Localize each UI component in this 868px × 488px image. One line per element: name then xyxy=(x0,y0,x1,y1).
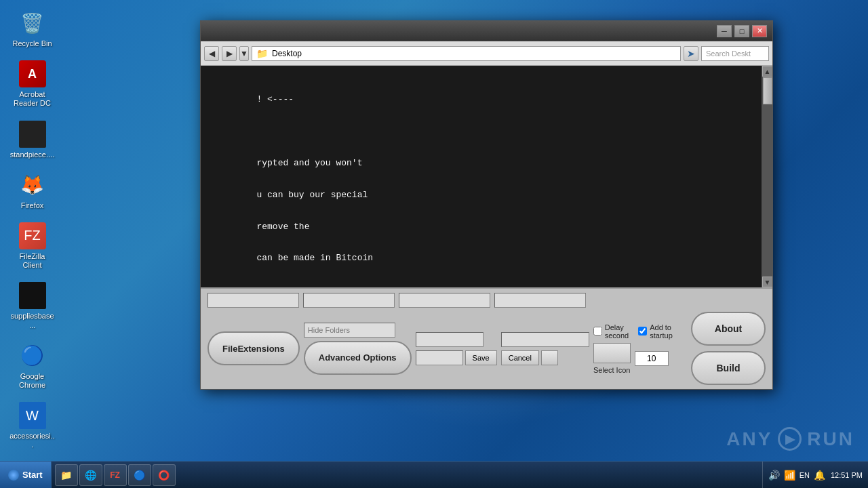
search-box[interactable]: Search Deskt xyxy=(701,46,769,61)
taskbar: Start 📁 🌐 FZ 🔵 ⭕ 🔊 📶 EN xyxy=(0,461,868,488)
desktop: 🗑️ Recycle Bin A Acrobat Reader DC stand… xyxy=(0,0,868,488)
acrobat-icon: A xyxy=(19,60,46,87)
field-input-7[interactable] xyxy=(501,332,589,347)
desktop-icon-chrome[interactable]: 🔵 Google Chrome xyxy=(7,340,58,392)
any-text: ANY xyxy=(726,428,772,450)
standpiece-icon xyxy=(19,121,46,148)
system-icons: 🔊 📶 EN 🔔 xyxy=(768,470,825,481)
cancel-extra-box xyxy=(541,350,558,365)
dropdown-button[interactable]: ▼ xyxy=(239,46,249,61)
language-icon[interactable]: EN xyxy=(800,471,810,479)
back-button[interactable]: ◀ xyxy=(204,46,219,61)
scroll-up-button[interactable]: ▲ xyxy=(762,66,773,77)
file-extensions-button[interactable]: FileExtensions xyxy=(208,331,300,365)
run-text: RUN xyxy=(807,428,854,450)
search-placeholder: Search Deskt xyxy=(706,49,751,58)
taskbar-item-opera[interactable]: ⭕ xyxy=(153,464,176,486)
notification-icon[interactable]: 🔔 xyxy=(814,470,825,481)
content-line-1: ! <---- xyxy=(256,94,294,104)
taskbar-item-filezilla[interactable]: FZ xyxy=(104,464,127,486)
delay-second-checkbox[interactable] xyxy=(593,327,602,336)
field-input-1[interactable] xyxy=(208,293,299,308)
start-label: Start xyxy=(22,470,43,480)
build-button[interactable]: Build xyxy=(691,351,766,385)
network-icon[interactable]: 📶 xyxy=(784,470,795,481)
delay-second-label: Delay second xyxy=(605,323,634,340)
content-line-4: u can buy our special xyxy=(256,190,368,200)
content-line-6: can be made in Bitcoin xyxy=(256,253,373,263)
scrollbar-track[interactable] xyxy=(762,77,773,277)
select-icon-box[interactable] xyxy=(593,343,631,363)
scrollbar[interactable]: ▲ ▼ xyxy=(762,66,772,287)
desktop-icon-standpiece[interactable]: standpiece.... xyxy=(7,118,58,162)
recycle-bin-icon: 🗑️ xyxy=(19,9,46,37)
taskbar-right: 🔊 📶 EN 🔔 12:51 PM xyxy=(762,462,868,488)
hide-folders-input[interactable] xyxy=(304,323,395,338)
field-input-5[interactable] xyxy=(416,332,484,347)
scroll-down-button[interactable]: ▼ xyxy=(762,277,773,287)
folder-icon: 📁 xyxy=(256,48,268,59)
desktop-icon-suppliesbase[interactable]: suppliesbase... xyxy=(7,279,58,332)
ie-icon: 🌐 xyxy=(85,470,96,481)
taskbar-item-explorer[interactable]: 📁 xyxy=(55,464,78,486)
recycle-bin-label: Recycle Bin xyxy=(12,39,52,48)
filezilla-label: FileZilla Client xyxy=(9,252,55,270)
desktop-icon-recycle-bin[interactable]: 🗑️ Recycle Bin xyxy=(7,7,58,51)
app-window: ─ □ ✕ ◀ ▶ ▼ 📁 Desktop ➤ Search Deskt ! <… xyxy=(200,20,773,390)
title-bar: ─ □ ✕ xyxy=(201,21,772,41)
add-to-startup-checkbox-group[interactable]: Add to startup xyxy=(638,323,680,340)
desktop-icon-filezilla[interactable]: FZ FileZilla Client xyxy=(7,220,58,272)
content-area: ! <---- rypted and you won't u can buy o… xyxy=(201,66,772,287)
clock: 12:51 PM xyxy=(831,471,863,479)
close-button[interactable]: ✕ xyxy=(752,25,767,37)
address-path: Desktop xyxy=(272,49,302,58)
delay-value-input[interactable]: 10 xyxy=(635,351,669,366)
scrollbar-thumb[interactable] xyxy=(763,77,772,104)
desktop-icon-acrobat[interactable]: A Acrobat Reader DC xyxy=(7,58,58,110)
anyrun-play-icon: ▶ xyxy=(778,427,802,451)
suppliesbase-icon xyxy=(19,282,46,309)
field-input-3[interactable] xyxy=(399,293,490,308)
content-line-3: rypted and you won't xyxy=(256,158,362,168)
save-button[interactable]: Save xyxy=(465,350,497,365)
desktop-icons-container: 🗑️ Recycle Bin A Acrobat Reader DC stand… xyxy=(7,7,61,488)
address-input[interactable]: 📁 Desktop xyxy=(252,46,681,61)
taskbar-items: 📁 🌐 FZ 🔵 ⭕ xyxy=(52,462,762,488)
filezilla-icon: FZ xyxy=(19,222,46,249)
bottom-toolbar: FileExtensions Advanced Options Save xyxy=(201,287,772,389)
select-icon-label: Select Icon xyxy=(593,366,630,374)
content-line-5: remove the xyxy=(256,222,309,232)
title-bar-controls: ─ □ ✕ xyxy=(717,25,767,37)
field-input-6[interactable] xyxy=(416,350,463,365)
text-content-area: ! <---- rypted and you won't u can buy o… xyxy=(201,66,762,287)
taskbar-item-chrome[interactable]: 🔵 xyxy=(128,464,151,486)
filezilla-task-icon: FZ xyxy=(110,470,121,481)
chrome-task-icon: 🔵 xyxy=(134,470,145,481)
opera-task-icon: ⭕ xyxy=(159,470,170,481)
address-bar: ◀ ▶ ▼ 📁 Desktop ➤ Search Deskt xyxy=(201,41,772,66)
taskbar-item-ie[interactable]: 🌐 xyxy=(79,464,102,486)
standpiece-label: standpiece.... xyxy=(10,150,54,159)
acrobat-label: Acrobat Reader DC xyxy=(9,90,55,108)
firefox-label: Firefox xyxy=(21,201,44,210)
minimize-button[interactable]: ─ xyxy=(717,25,732,37)
go-button[interactable]: ➤ xyxy=(684,46,698,61)
field-input-2[interactable] xyxy=(303,293,395,308)
accessories-label: accessoriesi... xyxy=(9,432,55,449)
delay-second-checkbox-group[interactable]: Delay second xyxy=(593,323,634,340)
desktop-icon-accessories[interactable]: W accessoriesi... xyxy=(7,399,58,452)
add-to-startup-checkbox[interactable] xyxy=(638,327,647,336)
forward-button[interactable]: ▶ xyxy=(222,46,237,61)
chrome-label: Google Chrome xyxy=(9,372,55,390)
explorer-icon: 📁 xyxy=(61,470,72,481)
advanced-options-button[interactable]: Advanced Options xyxy=(304,341,412,375)
firefox-icon: 🦊 xyxy=(19,171,46,199)
cancel-button[interactable]: Cancel xyxy=(501,350,539,365)
desktop-icon-firefox[interactable]: 🦊 Firefox xyxy=(7,169,58,213)
field-input-4[interactable] xyxy=(494,293,586,308)
maximize-button[interactable]: □ xyxy=(734,25,749,37)
anyrun-watermark: ANY ▶ RUN xyxy=(726,427,854,451)
start-button[interactable]: Start xyxy=(0,462,52,488)
volume-icon[interactable]: 🔊 xyxy=(768,470,780,481)
about-button[interactable]: About xyxy=(691,312,766,346)
